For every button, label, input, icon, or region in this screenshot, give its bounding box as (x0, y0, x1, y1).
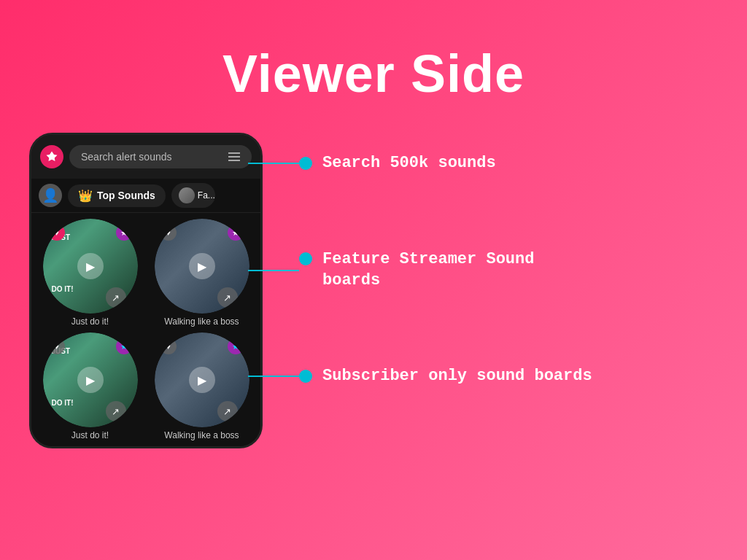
star-icon-3: ★ (120, 342, 128, 351)
sound-label-2: Walking like a boss (161, 316, 241, 327)
play-btn-1[interactable]: ▶ (77, 253, 104, 279)
annotations-panel: Search 500k sounds Feature Streamer Soun… (263, 133, 718, 483)
heart-badge-2: ♥ (160, 225, 177, 241)
star-icon-1: ★ (120, 228, 128, 238)
tab-fav-avatar (179, 187, 195, 203)
tab-fav-label: Fa... (198, 190, 215, 201)
tab-profile-icon[interactable]: 👤 (39, 184, 62, 207)
star-icon-2: ★ (232, 228, 239, 238)
sound-card-4[interactable]: ♥ ★ ▶ ↗ (155, 332, 249, 427)
star-badge-1: ★ (116, 225, 132, 241)
annotation-label-search: Search 500k sounds (322, 153, 496, 174)
share-icon-3: ↗ (112, 406, 120, 417)
tabs-row: 👤 👑 Top Sounds Fa... (31, 179, 260, 213)
sound-cell-4: ♥ ★ ▶ ↗ Walking like a boss (149, 332, 255, 440)
content-area: Search alert sounds 👤 👑 Top Sounds Fa... (0, 133, 747, 483)
play-btn-2[interactable]: ▶ (189, 253, 215, 279)
logo-icon-btn[interactable] (40, 145, 63, 168)
phone-mockup: Search alert sounds 👤 👑 Top Sounds Fa... (29, 133, 263, 448)
thumb-text-doit-1: DO IT! (52, 285, 74, 293)
annotation-feature: Feature Streamer Sound boards (299, 249, 534, 291)
sound-grid: JUST DO IT! ♥ ★ ▶ ↗ Just (31, 213, 260, 446)
sound-label-4: Walking like a boss (161, 430, 241, 440)
sound-label-3: Just do it! (69, 430, 112, 440)
play-icon-2: ▶ (198, 260, 206, 273)
annotation-subscriber: Subscriber only sound boards (299, 366, 592, 387)
heart-badge-4: ♥ (160, 338, 177, 354)
tab-top-sounds[interactable]: 👑 Top Sounds (68, 184, 166, 207)
heart-badge-3: ♥ (49, 338, 65, 354)
sound-cell-2: ♥ ★ ▶ ↗ Walking like a boss (149, 219, 255, 327)
annotation-label-feature: Feature Streamer Sound boards (322, 249, 534, 291)
play-icon-4: ▶ (198, 373, 206, 387)
star-badge-3: ★ (116, 338, 132, 354)
search-bar: Search alert sounds (31, 135, 260, 179)
annotation-search: Search 500k sounds (299, 153, 496, 174)
share-icon-4: ↗ (223, 406, 231, 417)
share-btn-4[interactable]: ↗ (217, 401, 238, 421)
annotation-label-subscriber: Subscriber only sound boards (322, 366, 592, 387)
share-btn-1[interactable]: ↗ (106, 287, 126, 308)
tab-top-sounds-label: Top Sounds (97, 190, 155, 201)
star-badge-2: ★ (228, 225, 244, 241)
hamburger-icon[interactable] (228, 152, 240, 161)
search-input-display[interactable]: Search alert sounds (69, 145, 252, 168)
person-icon: 👤 (42, 187, 58, 203)
star-badge-4: ★ (228, 338, 244, 354)
heart-badge-1: ♥ (49, 225, 65, 241)
annotation-dot-search (299, 157, 312, 170)
play-btn-4[interactable]: ▶ (189, 367, 215, 393)
heart-icon-3: ♥ (54, 342, 59, 351)
share-icon-1: ↗ (112, 292, 120, 303)
logo-icon (45, 150, 58, 163)
annotation-line-search (248, 163, 299, 164)
play-btn-3[interactable]: ▶ (77, 367, 104, 393)
sound-cell-3: JUST DO IT! ♥ ★ ▶ ↗ Just (37, 332, 143, 440)
thumb-text-doit-3: DO IT! (52, 399, 74, 407)
sound-card-2[interactable]: ♥ ★ ▶ ↗ (155, 219, 249, 314)
annotation-dot-subscriber (299, 370, 312, 383)
crown-icon: 👑 (78, 189, 93, 203)
share-btn-2[interactable]: ↗ (217, 287, 238, 308)
heart-icon-4: ♥ (166, 342, 171, 351)
star-icon-4: ★ (232, 342, 239, 351)
tab-fav[interactable]: Fa... (171, 183, 215, 208)
sound-label-1: Just do it! (69, 316, 112, 327)
share-icon-2: ↗ (223, 292, 231, 303)
sound-card-3[interactable]: JUST DO IT! ♥ ★ ▶ ↗ (43, 332, 138, 427)
annotation-line-feature (248, 270, 299, 271)
annotation-dot-feature (299, 252, 312, 265)
play-icon-3: ▶ (86, 373, 95, 387)
annotation-line-subscriber (248, 376, 299, 377)
sound-cell-1: JUST DO IT! ♥ ★ ▶ ↗ Just (37, 219, 143, 327)
heart-icon-2: ♥ (166, 228, 171, 237)
search-input-text: Search alert sounds (81, 151, 172, 163)
play-icon-1: ▶ (86, 260, 95, 273)
heart-icon-1: ♥ (54, 228, 59, 237)
page-title: Viewer Side (0, 0, 747, 133)
sound-card-1[interactable]: JUST DO IT! ♥ ★ ▶ ↗ (43, 219, 138, 314)
share-btn-3[interactable]: ↗ (106, 401, 126, 421)
